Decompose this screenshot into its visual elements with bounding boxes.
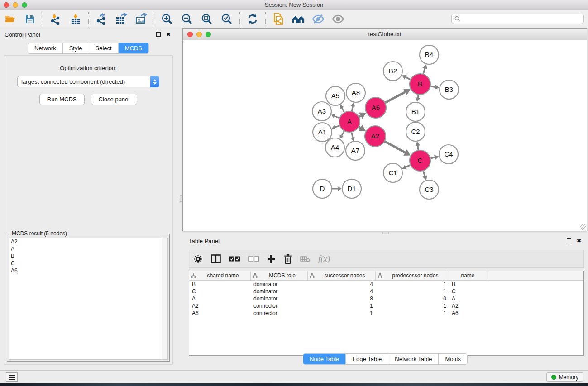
cell-MCDS-role[interactable]: connector <box>251 302 308 310</box>
tab-network-table[interactable]: Network Table <box>388 354 439 364</box>
zoom-fit-icon[interactable] <box>200 12 214 26</box>
delete-table-icon[interactable] <box>300 256 310 262</box>
task-history-button[interactable] <box>6 372 18 382</box>
vertical-splitter-handle[interactable] <box>180 195 182 202</box>
cell-successor-nodes[interactable]: 1 <box>308 310 376 317</box>
cell-successor-nodes[interactable]: 1 <box>308 302 376 310</box>
cell-name[interactable]: B <box>449 281 487 288</box>
close-panel-button[interactable]: Close panel <box>91 94 138 105</box>
cell-name[interactable]: C <box>449 288 487 295</box>
result-item[interactable]: A <box>9 245 167 253</box>
import-network-icon[interactable] <box>49 12 62 26</box>
cell-predecessor-nodes[interactable]: 1 <box>376 302 449 310</box>
new-network-from-selection-icon[interactable] <box>272 12 285 26</box>
tab-motifs[interactable]: Motifs <box>439 354 467 364</box>
column-header-predecessor-nodes[interactable]: predecessor nodes <box>376 271 449 280</box>
result-item[interactable]: A2 <box>9 238 167 245</box>
cell-MCDS-role[interactable]: connector <box>251 310 308 317</box>
close-table-panel-icon[interactable]: ✖ <box>575 237 583 244</box>
maximize-window-button[interactable] <box>22 2 27 8</box>
first-neighbors-icon[interactable] <box>292 12 305 26</box>
cell-predecessor-nodes[interactable]: 1 <box>376 310 449 317</box>
network-minimize-button[interactable] <box>196 32 202 37</box>
float-table-panel-icon[interactable] <box>565 237 573 244</box>
result-scrollbar[interactable] <box>162 238 167 359</box>
export-network-icon[interactable] <box>95 12 108 26</box>
cell-shared-name[interactable]: A6 <box>189 310 251 317</box>
table-row[interactable]: Adominator80A <box>189 295 583 302</box>
cell-MCDS-role[interactable]: dominator <box>251 295 308 302</box>
minimize-window-button[interactable] <box>13 2 18 8</box>
show-column-icon[interactable] <box>211 254 221 263</box>
delete-rows-icon[interactable] <box>284 254 292 264</box>
cell-predecessor-nodes[interactable]: 0 <box>376 295 449 302</box>
zoom-selected-icon[interactable] <box>220 12 234 26</box>
network-close-button[interactable] <box>187 32 193 37</box>
cell-shared-name[interactable]: A <box>189 295 251 302</box>
export-table-icon[interactable] <box>115 12 128 26</box>
add-row-icon[interactable] <box>267 255 276 263</box>
column-header-shared-name[interactable]: shared name <box>189 271 251 280</box>
cell-name[interactable]: A2 <box>449 302 487 310</box>
open-session-icon[interactable] <box>3 12 17 26</box>
cell-shared-name[interactable]: B <box>189 281 251 288</box>
cell-name[interactable]: A6 <box>449 310 487 317</box>
tab-select[interactable]: Select <box>89 43 119 53</box>
tab-style[interactable]: Style <box>63 43 89 53</box>
float-panel-icon[interactable] <box>155 31 162 38</box>
result-item[interactable]: A6 <box>9 267 167 274</box>
tab-edge-table[interactable]: Edge Table <box>346 354 388 364</box>
function-builder-icon[interactable]: f(x) <box>318 254 330 264</box>
cell-MCDS-role[interactable]: dominator <box>251 281 308 288</box>
cell-shared-name[interactable]: C <box>189 288 251 295</box>
window-resize-grip[interactable] <box>580 224 586 230</box>
close-window-button[interactable] <box>4 2 9 8</box>
settings-gear-icon[interactable] <box>193 254 203 264</box>
cell-shared-name[interactable]: A2 <box>189 302 251 310</box>
cell-successor-nodes[interactable]: 4 <box>308 281 376 288</box>
column-header-successor-nodes[interactable]: successor nodes <box>308 271 376 280</box>
tab-mcds[interactable]: MCDS <box>119 43 148 53</box>
zoom-out-icon[interactable] <box>180 12 194 26</box>
mcds-result-list[interactable]: A2ABCA6 <box>9 238 168 360</box>
zoom-in-icon[interactable] <box>160 12 174 26</box>
close-panel-icon[interactable]: ✖ <box>165 31 172 38</box>
table-row[interactable]: Cdominator41C <box>189 288 583 295</box>
select-all-checks-icon[interactable] <box>229 256 240 262</box>
column-header-MCDS-role[interactable]: MCDS role <box>251 271 308 280</box>
run-mcds-button[interactable]: Run MCDS <box>39 94 85 105</box>
memory-button[interactable]: Memory <box>546 372 583 382</box>
cell-successor-nodes[interactable]: 4 <box>308 288 376 295</box>
result-item[interactable]: C <box>9 260 167 267</box>
cell-name[interactable]: A <box>449 295 487 302</box>
export-image-icon[interactable] <box>134 12 148 26</box>
table-panel-title: Table Panel <box>189 238 563 244</box>
svg-text:A4: A4 <box>331 143 339 151</box>
network-window-titlebar[interactable]: testGlobe.txt <box>183 29 587 40</box>
deselect-all-checks-icon[interactable] <box>248 256 259 262</box>
network-graph[interactable]: B4B2BB3A5A8A6B1A3AA1C2A2A4A7C4CC1C3DD1 <box>183 40 587 231</box>
tab-node-table[interactable]: Node Table <box>303 354 346 364</box>
search-input[interactable] <box>451 14 584 24</box>
table-row[interactable]: A6connector11A6 <box>189 310 583 317</box>
cell-predecessor-nodes[interactable]: 1 <box>376 281 449 288</box>
horizontal-splitter-handle[interactable] <box>382 232 389 234</box>
show-all-icon[interactable] <box>331 12 345 26</box>
node-table[interactable]: shared nameMCDS rolesuccessor nodesprede… <box>189 271 584 356</box>
cell-successor-nodes[interactable]: 8 <box>308 295 376 302</box>
cell-MCDS-role[interactable]: dominator <box>251 288 308 295</box>
network-canvas[interactable]: B4B2BB3A5A8A6B1A3AA1C2A2A4A7C4CC1C3DD1 <box>183 40 587 231</box>
save-session-icon[interactable] <box>23 12 37 26</box>
cell-predecessor-nodes[interactable]: 1 <box>376 288 449 295</box>
optimization-criterion-dropdown[interactable]: largest connected component (directed) <box>17 76 159 87</box>
table-row[interactable]: A2connector11A2 <box>189 302 583 310</box>
import-table-icon[interactable] <box>69 12 82 26</box>
result-item[interactable]: B <box>9 253 167 260</box>
hide-selected-icon[interactable] <box>311 12 325 26</box>
column-header-name[interactable]: name <box>449 271 487 280</box>
table-row[interactable]: Bdominator41B <box>189 281 583 288</box>
tab-network[interactable]: Network <box>28 43 63 53</box>
refresh-icon[interactable] <box>246 12 259 26</box>
network-maximize-button[interactable] <box>206 32 211 37</box>
svg-text:C: C <box>418 157 423 164</box>
